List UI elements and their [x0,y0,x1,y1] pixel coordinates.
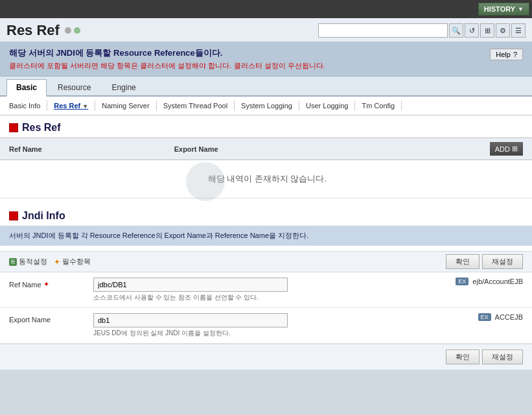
dynamic-label: 동적설정 [19,257,47,267]
jndi-info-banner: 서버의 JNDI에 등록할 각 Resource Reference의 Expo… [0,226,532,246]
confirm-button-bottom[interactable]: 확인 [446,350,480,364]
banner-subtitle: 클러스터에 포함될 서버라면 해당 항목은 클러스터에 설정해야 합니다. 클러… [9,61,523,71]
help-icon: ? [513,51,517,58]
dot-gray [65,27,71,34]
help-label: Help [496,51,511,58]
info-banner: 해당 서버의 JNDI에 등록할 Resource Reference들이다. … [0,42,532,77]
res-ref-section-icon [9,123,18,132]
page-title: Res Ref [6,22,60,39]
tab-basic[interactable]: Basic [6,79,47,97]
reset-button-bottom[interactable]: 재설정 [482,350,523,364]
settings-button[interactable]: ⚙ [496,23,510,38]
history-label: HISTORY [484,5,515,13]
nav-basic-info[interactable]: Basic Info [9,101,47,111]
ref-name-example: EX ejb/AccountEJB [456,278,523,285]
col-ref-name: Ref Name [0,138,165,160]
form-toolbar: 동 동적설정 ✦ 필수항목 확인 재설정 [0,251,532,272]
expand-button[interactable]: ⊞ [480,23,494,38]
res-ref-section-title: Res Ref [22,122,61,134]
search-button[interactable]: 🔍 [449,23,463,38]
form-row-ref-name: Ref Name ✦ 소스코드에서 사용할 수 있는 참조 이름을 선언할 수 … [0,272,532,308]
ref-name-input[interactable] [93,278,288,292]
dynamic-icon: 동 [9,258,17,266]
ref-name-example-badge: EX [456,278,468,285]
jndi-section: Jndi Info 서버의 JNDI에 등록할 각 Resource Refer… [0,204,532,370]
add-label: ADD [495,145,510,153]
jndi-info-text: 서버의 JNDI에 등록할 각 Resource Reference의 Expo… [9,231,308,239]
required-star-icon: ✦ [54,257,60,267]
empty-message: 해당 내역이 존재하지 않습니다. [208,174,327,184]
jndi-section-title: Jndi Info [22,210,65,222]
export-name-example: EX ACCEJB [478,313,523,321]
add-icon: ⊞ [512,145,518,153]
col-actions: ADD ⊞ [366,138,532,160]
export-name-input[interactable] [93,313,288,327]
jndi-section-icon [9,211,18,220]
form-toolbar-left: 동 동적설정 ✦ 필수항목 [9,257,91,267]
ref-name-hint: 소스코드에서 사용할 수 있는 참조 이름을 선언할 수 있다. [93,293,446,302]
search-input[interactable] [318,23,448,38]
res-ref-section-header: Res Ref [0,115,532,137]
table-empty-row: 해당 내역이 존재하지 않습니다. [0,160,532,198]
nav-system-thread-pool[interactable]: System Thread Pool [157,101,235,111]
nav-naming-server[interactable]: Naming Server [95,101,156,111]
form-row-export-name: Export Name JEUS DD에 정의된 실제 JNDI 이름을 설정한… [0,308,532,344]
ref-name-field: 소스코드에서 사용할 수 있는 참조 이름을 선언할 수 있다. [93,278,446,302]
nav-res-ref[interactable]: Res Ref ▼ [47,101,95,111]
jndi-section-header: Jndi Info [0,204,532,226]
top-bar: HISTORY ▼ [0,0,532,18]
tab-engine[interactable]: Engine [102,79,145,95]
primary-tab-bar: Basic Resource Engine [0,77,532,97]
tab-resource[interactable]: Resource [48,79,100,95]
ref-name-required-star: ✦ [43,280,49,289]
add-button[interactable]: ADD ⊞ [490,142,523,156]
search-area: 🔍 ↺ ⊞ ⚙ ☰ [318,23,526,38]
history-chevron-icon: ▼ [518,6,524,12]
nav-system-logging[interactable]: System Logging [235,101,299,111]
export-name-field: JEUS DD에 정의된 실제 JNDI 이름을 설정한다. [93,313,469,338]
res-ref-dropdown-icon: ▼ [82,103,88,110]
nav-user-logging[interactable]: User Logging [299,101,355,111]
banner-title: 해당 서버의 JNDI에 등록할 Resource Reference들이다. [9,47,523,59]
header-area: Res Ref 🔍 ↺ ⊞ ⚙ ☰ [0,18,532,42]
ref-name-example-text: ejb/AccountEJB [472,278,523,285]
col-export-name: Export Name [165,138,366,160]
res-ref-table: Ref Name Export Name ADD ⊞ 해당 내역이 존재하지 않… [0,137,532,198]
title-dots [65,27,80,34]
help-button[interactable]: Help ? [490,49,523,60]
bottom-toolbar: 확인 재설정 [0,344,532,370]
content-area: Res Ref Ref Name Export Name ADD ⊞ [0,115,532,370]
refresh-button[interactable]: ↺ [465,23,479,38]
export-name-example-badge: EX [478,313,491,321]
required-label: 필수항목 [62,257,91,267]
secondary-nav: Basic Info Res Ref ▼ Naming Server Syste… [0,97,532,115]
history-button[interactable]: HISTORY ▼ [478,3,529,16]
export-name-example-text: ACCEJB [495,313,523,321]
page-title-area: Res Ref [6,22,80,39]
reset-button-top[interactable]: 재설정 [482,254,523,269]
confirm-button-top[interactable]: 확인 [446,254,480,269]
menu-button[interactable]: ☰ [511,23,526,38]
dynamic-badge: 동 동적설정 [9,257,47,267]
ref-name-label: Ref Name ✦ [9,278,93,289]
export-name-hint: JEUS DD에 정의된 실제 JNDI 이름을 설정한다. [93,329,469,338]
nav-tm-config[interactable]: Tm Config [355,101,402,111]
export-name-label: Export Name [9,313,93,324]
form-toolbar-right: 확인 재설정 [446,254,523,269]
required-badge: ✦ 필수항목 [54,257,91,267]
dot-green [74,27,80,34]
